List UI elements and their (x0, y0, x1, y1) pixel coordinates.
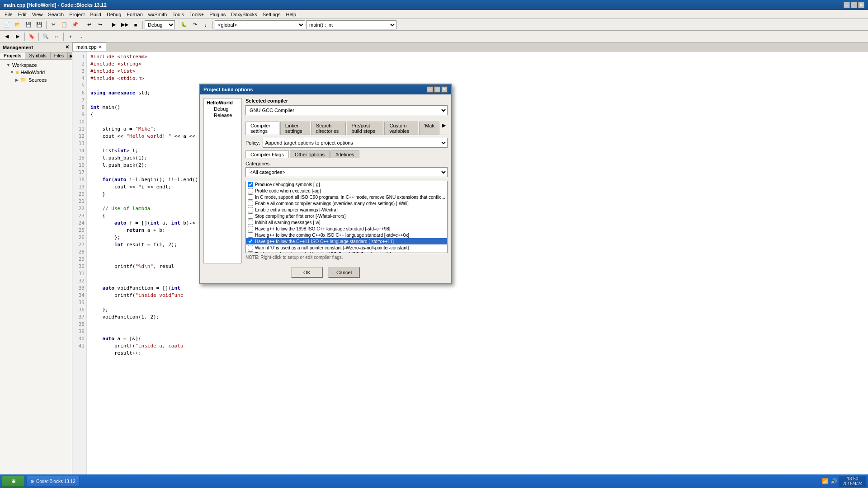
nav-fwd-btn[interactable]: ▶ (13, 32, 23, 42)
save-all-btn[interactable]: 💾 (34, 20, 44, 30)
flag-item-8[interactable]: Have g++ follow the coming C++0x ISO C++… (246, 232, 447, 238)
zoom-out-btn[interactable]: - (76, 32, 86, 42)
management-close-btn[interactable]: ✕ (65, 44, 69, 50)
step-over-btn[interactable]: ↷ (190, 20, 200, 30)
flag-checkbox-4[interactable] (248, 207, 253, 212)
sources-item[interactable]: ▶ 📁 Sources (1, 76, 71, 84)
flag-item-5[interactable]: Stop compiling after first error [-Wfata… (246, 213, 447, 219)
flag-item-9[interactable]: Have g++ follow the C++11 ISO C++ langua… (246, 238, 447, 244)
stop-btn[interactable]: ■ (131, 20, 141, 30)
flag-checkbox-2[interactable] (248, 194, 253, 200)
restore-button[interactable]: □ (851, 2, 857, 8)
menu-wxsmith[interactable]: wxSmith (146, 11, 170, 18)
menu-project[interactable]: Project (66, 11, 87, 18)
subtab-compiler-flags[interactable]: Compiler Flags (245, 150, 289, 158)
editor-tab-main[interactable]: main.cpp ✕ (72, 42, 106, 51)
tab-symbols[interactable]: Symbols (25, 52, 50, 59)
categories-select[interactable]: <All categories> (245, 167, 448, 177)
flag-checkbox-8[interactable] (248, 232, 253, 238)
flag-checkbox-6[interactable] (248, 220, 253, 225)
subtab-other-options[interactable]: Other options (290, 150, 330, 158)
flag-item-1[interactable]: Profile code when executed [-pg] (246, 188, 447, 194)
nav-back-btn[interactable]: ◀ (2, 32, 12, 42)
menu-tools[interactable]: Tools (170, 11, 187, 18)
taskbar-clock[interactable]: 13:50 2015/4/24 (839, 476, 867, 487)
search-btn[interactable]: 🔍 (41, 32, 51, 42)
minimize-button[interactable]: ─ (844, 2, 850, 8)
editor-tab-close[interactable]: ✕ (99, 45, 102, 49)
menu-doxyblocks[interactable]: DoxyBlocks (228, 11, 259, 18)
dialog-tree-release[interactable]: Release (205, 112, 241, 118)
new-btn[interactable]: 📄 (2, 20, 12, 30)
dialog-close-btn[interactable]: ✕ (441, 86, 448, 93)
menu-tools-plus[interactable]: Tools+ (187, 11, 207, 18)
dialog-restore-btn[interactable]: □ (434, 86, 440, 93)
menu-search[interactable]: Search (45, 11, 66, 18)
flag-checkbox-7[interactable] (248, 226, 253, 231)
menu-fortran[interactable]: Fortran (124, 11, 145, 18)
paste-btn[interactable]: 📌 (70, 20, 80, 30)
replace-btn[interactable]: ↔ (52, 32, 61, 42)
flag-item-2[interactable]: In C mode, support all ISO C90 programs.… (246, 194, 447, 200)
workspace-item[interactable]: ▼ Workspace (1, 61, 71, 69)
compiler-select[interactable]: GNU GCC Compiler (245, 105, 448, 115)
dialog-minimize-btn[interactable]: ─ (427, 86, 433, 93)
open-btn[interactable]: 📂 (13, 20, 23, 30)
cut-btn[interactable]: ✂ (48, 20, 58, 30)
cancel-button[interactable]: Cancel (328, 267, 360, 278)
ok-button[interactable]: OK (291, 267, 323, 278)
dialog-tab-custom-vars[interactable]: Custom variables (384, 122, 418, 135)
menu-file[interactable]: File (2, 11, 15, 18)
bookmark-btn[interactable]: 🔖 (27, 32, 37, 42)
flag-checkbox-0[interactable] (248, 182, 253, 187)
undo-btn[interactable]: ↩ (84, 20, 94, 30)
tab-files[interactable]: Files (51, 52, 68, 59)
dialog-tree-debug[interactable]: Debug (205, 106, 241, 112)
dialog-tree-root[interactable]: HelloWorld (205, 99, 241, 106)
flag-checkbox-11[interactable] (248, 251, 253, 253)
policy-select[interactable]: Append target options to project options (263, 138, 448, 148)
dialog-tab-more[interactable]: ▶ (440, 122, 448, 135)
menu-debug[interactable]: Debug (104, 11, 124, 18)
build-btn[interactable]: ▶ (109, 20, 119, 30)
debug-btn[interactable]: 🐛 (179, 20, 189, 30)
copy-btn[interactable]: 📋 (59, 20, 69, 30)
function-select[interactable]: main() : int (306, 20, 396, 29)
tab-projects[interactable]: Projects (0, 52, 25, 59)
menu-plugins[interactable]: Plugins (207, 11, 228, 18)
close-button[interactable]: ✕ (858, 2, 864, 8)
dialog-tab-mak[interactable]: 'Mak (419, 122, 439, 135)
menu-help[interactable]: Help (283, 11, 299, 18)
project-item[interactable]: ▼ ■ HelloWorld (1, 69, 71, 76)
flag-checkbox-3[interactable] (248, 201, 253, 206)
flag-checkbox-1[interactable] (248, 188, 253, 193)
flag-item-10[interactable]: Warn if '0' is used as a null pointer co… (246, 244, 447, 251)
dialog-tab-linker[interactable]: Linker settings (280, 122, 310, 135)
menu-settings[interactable]: Settings (260, 11, 283, 18)
taskbar-codeblocks[interactable]: ⚙ Code::Blocks 13.12 (26, 476, 80, 487)
flag-item-4[interactable]: Enable extra compiler warnings [-Wextra] (246, 206, 447, 213)
flag-item-7[interactable]: Have g++ follow the 1998 ISO C++ languag… (246, 225, 447, 232)
flag-checkbox-5[interactable] (248, 213, 253, 219)
flag-item-0[interactable]: Produce debugging symbols [-g] (246, 181, 447, 188)
save-btn[interactable]: 💾 (24, 20, 33, 30)
editor-content[interactable]: 1234567891011121314151617181920212223242… (72, 52, 868, 476)
run-btn[interactable]: ▶▶ (120, 20, 130, 30)
flag-item-6[interactable]: Inhibit all warning messages [-w] (246, 219, 447, 225)
flag-item-3[interactable]: Enable all common compiler warnings (ove… (246, 200, 447, 206)
step-into-btn[interactable]: ↓ (201, 20, 211, 30)
menu-edit[interactable]: Edit (15, 11, 29, 18)
redo-btn[interactable]: ↪ (95, 20, 105, 30)
flag-checkbox-9[interactable] (248, 239, 253, 244)
menu-view[interactable]: View (29, 11, 46, 18)
dialog-tab-pre-post[interactable]: Pre/post build steps (347, 122, 384, 135)
zoom-in-btn[interactable]: + (66, 32, 75, 42)
dialog-tab-search-dirs[interactable]: Search directories (311, 122, 346, 135)
build-mode-select[interactable]: Debug Release (145, 20, 175, 29)
global-scope-select[interactable]: <global> (215, 20, 305, 29)
flag-item-11[interactable]: Enable warnings demanded by strict ISO C… (246, 251, 447, 253)
flag-checkbox-10[interactable] (248, 245, 253, 250)
menu-build[interactable]: Build (87, 11, 104, 18)
dialog-tab-compiler-settings[interactable]: Compiler settings (245, 122, 279, 135)
subtab-defines[interactable]: #defines (330, 150, 359, 158)
